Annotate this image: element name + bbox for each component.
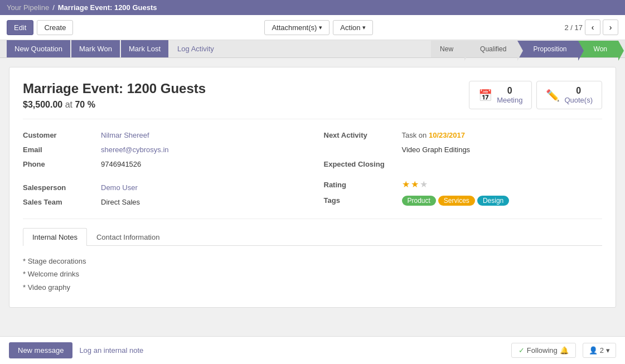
- sales-team-field: Sales Team Direct Sales: [23, 195, 302, 210]
- tab-internal-notes[interactable]: Internal Notes: [23, 228, 87, 246]
- breadcrumb-separator: /: [52, 3, 55, 12]
- next-activity-label: Next Activity: [324, 131, 402, 139]
- main-content: Marriage Event: 1200 Guests $3,500.00 at…: [0, 58, 625, 326]
- pagination-count: 2 / 17: [564, 23, 583, 32]
- breadcrumb-title: Marriage Event: 1200 Guests: [58, 3, 157, 12]
- expected-closing-field: Expected Closing: [324, 157, 603, 172]
- smart-buttons: 📅 0 Meeting ✏️ 0 Quote(s): [469, 81, 602, 109]
- customer-field: Customer Nilmar Shereef: [23, 128, 302, 143]
- record-info: Marriage Event: 1200 Guests $3,500.00 at…: [23, 81, 206, 110]
- note-line-3: * Video graphy: [23, 281, 602, 294]
- salesperson-field: Salesperson Demo User: [23, 181, 302, 195]
- record-amount: $3,500.00 at 70 %: [23, 100, 206, 110]
- tabs: Internal Notes Contact Information: [23, 228, 602, 246]
- tags-label: Tags: [324, 196, 402, 205]
- edit-button[interactable]: Edit: [7, 20, 33, 35]
- pagination: 2 / 17 ‹ ›: [564, 20, 618, 35]
- rating-stars[interactable]: ★ ★ ★: [402, 179, 428, 190]
- at-text: at: [65, 100, 75, 109]
- pipeline-link[interactable]: Your Pipeline: [7, 3, 49, 12]
- prev-page-button[interactable]: ‹: [585, 20, 600, 35]
- quotes-label: Quote(s): [564, 96, 593, 104]
- expected-closing-label: Expected Closing: [324, 160, 402, 168]
- activity-date: 10/23/2017: [429, 131, 465, 139]
- email-label: Email: [23, 145, 101, 154]
- percentage-value: 70 %: [75, 100, 95, 109]
- rating-field: Rating ★ ★ ★: [324, 176, 603, 193]
- star-2[interactable]: ★: [411, 179, 419, 190]
- mark-lost-button[interactable]: Mark Lost: [121, 40, 168, 57]
- new-quotation-button[interactable]: New Quotation: [7, 40, 70, 57]
- customer-value[interactable]: Nilmar Shereef: [101, 131, 149, 139]
- phone-label: Phone: [23, 160, 101, 168]
- customer-label: Customer: [23, 131, 101, 139]
- status-bar: New Quotation Mark Won Mark Lost Log Act…: [0, 40, 625, 58]
- phone-field: Phone 9746941526: [23, 157, 302, 172]
- next-activity-value: Task on 10/23/2017: [402, 131, 466, 139]
- sales-team-value: Direct Sales: [101, 198, 140, 206]
- log-activity-button[interactable]: Log Activity: [169, 40, 222, 57]
- action-button[interactable]: Action: [333, 20, 373, 35]
- meeting-label: Meeting: [497, 96, 522, 104]
- next-activity-field: Next Activity Task on 10/23/2017: [324, 128, 603, 143]
- sales-team-label: Sales Team: [23, 198, 101, 206]
- tags-container: Product Services Design: [402, 196, 510, 206]
- quotes-button[interactable]: ✏️ 0 Quote(s): [536, 81, 602, 109]
- on-text: on: [419, 131, 429, 139]
- amount-value: $3,500.00: [23, 100, 62, 109]
- meeting-button[interactable]: 📅 0 Meeting: [469, 81, 532, 109]
- star-3[interactable]: ★: [420, 179, 428, 190]
- fields-grid: Customer Nilmar Shereef Email shereef@cy…: [23, 128, 602, 210]
- record-card: Marriage Event: 1200 Guests $3,500.00 at…: [9, 67, 616, 308]
- next-page-button[interactable]: ›: [603, 20, 618, 35]
- tab-contact-information[interactable]: Contact Information: [87, 228, 169, 246]
- quotes-count: 0: [564, 86, 593, 96]
- salesperson-label: Salesperson: [23, 183, 101, 192]
- attachment-button[interactable]: Attachment(s): [264, 20, 330, 35]
- quotes-icon: ✏️: [546, 89, 560, 102]
- note-line-2: * Welcome drinks: [23, 268, 602, 280]
- meeting-icon: 📅: [478, 89, 492, 102]
- stage-proposition[interactable]: Proposition: [517, 41, 578, 57]
- quotes-info: 0 Quote(s): [564, 86, 593, 104]
- phone-value: 9746941526: [101, 160, 141, 168]
- notes-content: * Stage decorations * Welcome drinks * V…: [23, 255, 602, 294]
- rating-label: Rating: [324, 181, 402, 189]
- stage-qualified[interactable]: Qualified: [464, 41, 517, 57]
- left-fields: Customer Nilmar Shereef Email shereef@cy…: [23, 128, 302, 210]
- activity-desc-value: Video Graph Editings: [402, 145, 471, 154]
- email-value[interactable]: shereef@cybrosys.in: [101, 145, 169, 154]
- tag-product[interactable]: Product: [402, 196, 436, 206]
- meeting-count: 0: [497, 86, 522, 96]
- stage-won[interactable]: Won: [578, 41, 618, 57]
- meeting-info: 0 Meeting: [497, 86, 522, 104]
- record-header: Marriage Event: 1200 Guests $3,500.00 at…: [23, 81, 602, 110]
- right-fields: Next Activity Task on 10/23/2017 Video G…: [324, 128, 603, 210]
- email-field: Email shereef@cybrosys.in: [23, 143, 302, 157]
- tag-services[interactable]: Services: [438, 196, 475, 206]
- tag-design[interactable]: Design: [477, 196, 509, 206]
- pipeline-stages: New Qualified Proposition Won: [431, 41, 618, 57]
- note-line-1: * Stage decorations: [23, 255, 602, 268]
- tags-field: Tags Product Services Design: [324, 193, 603, 209]
- mark-won-button[interactable]: Mark Won: [71, 40, 120, 57]
- section-divider-2: [23, 219, 602, 219]
- salesperson-value[interactable]: Demo User: [101, 183, 138, 192]
- action-bar: Edit Create Attachment(s) Action 2 / 17 …: [0, 15, 625, 40]
- top-bar: Your Pipeline / Marriage Event: 1200 Gue…: [0, 0, 625, 15]
- stage-new[interactable]: New: [431, 41, 464, 57]
- activity-desc-row: Video Graph Editings: [324, 143, 603, 157]
- record-title: Marriage Event: 1200 Guests: [23, 81, 206, 96]
- task-text: Task: [402, 131, 417, 139]
- star-1[interactable]: ★: [402, 179, 410, 190]
- section-divider-1: [23, 119, 602, 119]
- create-button[interactable]: Create: [37, 20, 73, 35]
